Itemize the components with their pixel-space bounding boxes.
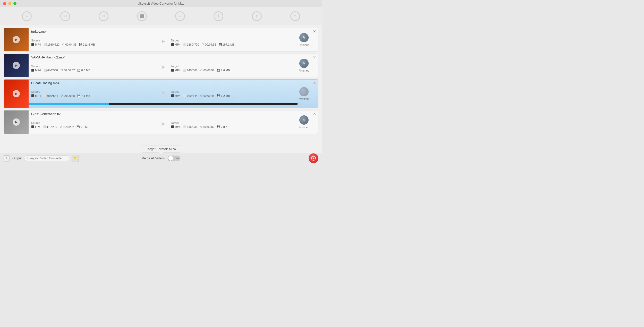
target-col: Target ⬛ MP4 ⬜ 960*544 ⏱ 00:00:48 xyxy=(171,90,295,97)
toolbar-export[interactable]: ⬆ xyxy=(252,11,262,21)
output-label: Output: xyxy=(12,157,22,160)
source-resolution: ⬜ 1360*720 xyxy=(44,43,60,46)
source-duration-value: 00:04:35 xyxy=(65,43,77,46)
source-duration: ⏱ 00:00:48 xyxy=(61,94,75,97)
target-resolution-value: 416*236 xyxy=(187,125,198,128)
source-resolution-value: 1360*720 xyxy=(47,43,60,46)
target-col: Target ⬛ MP4 ⬜ 640*368 ⏱ 00:00:57 xyxy=(171,65,295,72)
video-filename: turkey.mp4 xyxy=(31,30,295,33)
target-size: 💾 2.8 KB xyxy=(217,125,229,128)
convert-button[interactable] xyxy=(309,153,318,163)
target-dur-icon: ⏱ xyxy=(200,94,203,97)
trim-icon: ✂ xyxy=(60,11,70,21)
merge-toggle[interactable]: OFF xyxy=(168,156,181,161)
source-label: Source xyxy=(31,39,155,42)
effects-icon: ✦ xyxy=(175,11,185,21)
source-format-value: MP4 xyxy=(35,69,41,72)
target-size-icon: 💾 xyxy=(217,125,220,128)
source-format-value: FLV xyxy=(35,125,40,128)
video-thumbnail[interactable]: ▶ xyxy=(4,110,29,134)
source-format: ⬛ FLV xyxy=(31,125,40,128)
toolbar-settings[interactable]: ⚙ xyxy=(290,11,300,21)
arrow-col: ➤ xyxy=(155,89,171,98)
source-col: Source ⬛ MP4 ⬜ 640*368 ⏱ 00:00:57 xyxy=(31,65,155,72)
video-item: ▶ Girls' Generation.flv Source ⬛ FLV ⬜ 4… xyxy=(4,110,318,134)
target-format: ⬛ MP4 xyxy=(171,125,181,128)
play-button[interactable]: ▶ xyxy=(13,118,20,126)
source-resolution-value: 640*368 xyxy=(47,69,58,72)
target-size-icon: 💾 xyxy=(219,43,222,46)
format-icon: ⬛ xyxy=(31,94,34,97)
source-duration-value: 00:03:02 xyxy=(63,125,74,128)
toolbar-text[interactable]: I xyxy=(214,11,223,21)
remove-video-button[interactable]: ✕ xyxy=(313,30,316,33)
title-bar: Ukeysoft Video Converter for Mac xyxy=(0,0,322,7)
play-button[interactable]: ▶ xyxy=(13,36,20,43)
toolbar-effects[interactable]: ✦ xyxy=(175,11,185,21)
source-meta: ⬛ MP4 ⬜ 640*368 ⏱ 00:00:57 💾 xyxy=(31,69,155,72)
play-button[interactable]: ▶ xyxy=(13,90,20,97)
arrow-right-icon: ➤ xyxy=(161,121,165,127)
arrow-col: ➤ xyxy=(155,38,171,47)
source-resolution: ⬜ 960*544 xyxy=(44,94,58,97)
target-format-value: MP4 xyxy=(175,94,181,97)
source-size-value: 7.1 MB xyxy=(81,94,90,97)
video-filename: Ducati Racing.mp4 xyxy=(31,81,295,85)
remove-video-button[interactable]: ✕ xyxy=(313,81,316,85)
remove-video-button[interactable]: ✕ xyxy=(313,55,316,59)
video-list: ▶ turkey.mp4 Source ⬛ MP4 ⬜ 1360*720 xyxy=(0,25,322,153)
source-size-value: 8.3 MB xyxy=(81,69,90,72)
convert-rotate-icon: ↻ xyxy=(99,11,108,21)
svg-rect-1 xyxy=(313,158,314,159)
arrow-col: ➤ xyxy=(155,121,171,129)
progress-bar-bg xyxy=(29,103,298,105)
settings-icon: ⚙ xyxy=(290,11,300,21)
minimize-button[interactable] xyxy=(8,2,11,5)
target-label: Target xyxy=(171,39,295,42)
target-resolution: ⬜ 640*368 xyxy=(183,69,198,72)
remove-video-button[interactable]: ✕ xyxy=(313,112,316,116)
video-thumbnail[interactable]: ▶ xyxy=(4,28,29,51)
video-item: ▶ Ducati Racing.mp4 Source ⬛ MP4 ⬜ 960*5… xyxy=(4,79,318,108)
source-size: 💾 6.0 MB xyxy=(77,125,89,128)
maximize-button[interactable] xyxy=(13,2,16,5)
export-icon: ⬆ xyxy=(252,11,262,21)
source-duration-value: 00:00:57 xyxy=(64,69,75,72)
status-label: Finished xyxy=(299,126,309,129)
target-resolution-value: 640*368 xyxy=(187,69,198,72)
play-button[interactable]: ▶ xyxy=(13,62,20,69)
toolbar-compress[interactable]: ⬛ xyxy=(137,11,147,21)
merge-label-area: Merge All Videos: OFF xyxy=(141,156,180,161)
toolbar-add[interactable]: ＋ xyxy=(22,11,32,21)
target-duration-value: 00:03:02 xyxy=(204,125,215,128)
source-format: ⬛ MP4 xyxy=(31,69,41,72)
arrow-col: ➤ xyxy=(155,64,171,73)
output-select[interactable]: Ukeysoft Video Converter xyxy=(25,156,69,161)
target-format: ⬛ MP4 xyxy=(171,69,181,72)
status-circle: ✎ xyxy=(299,115,309,125)
video-thumbnail[interactable]: ▶ xyxy=(4,80,29,108)
format-icon: ⬛ xyxy=(31,43,34,46)
target-format-value: MP4 xyxy=(175,69,181,72)
target-format-icon: ⬛ xyxy=(171,94,174,97)
target-label: Target xyxy=(171,65,295,68)
compress-icon: ⬛ xyxy=(137,11,147,21)
close-button[interactable] xyxy=(3,2,6,5)
source-target-row: Source ⬛ MP4 ⬜ 960*544 ⏱ 00:00:48 xyxy=(31,87,295,101)
target-format-icon: ⬛ xyxy=(171,43,174,46)
browse-folder-button[interactable]: 📁 xyxy=(72,155,79,162)
video-thumbnail[interactable]: ▶ xyxy=(4,54,29,77)
target-dur-icon: ⏱ xyxy=(200,69,203,72)
toolbar-convert[interactable]: ↻ xyxy=(99,11,108,21)
source-label: Source xyxy=(31,90,155,93)
source-size: 💾 211.4 MB xyxy=(79,43,95,46)
source-duration: ⏱ 00:00:57 xyxy=(61,69,75,72)
video-details: turkey.mp4 Source ⬛ MP4 ⬜ 1360*720 xyxy=(29,28,298,51)
source-target-row: Source ⬛ MP4 ⬜ 640*368 ⏱ 00:00:57 xyxy=(31,61,295,75)
format-icon: ⬛ xyxy=(31,69,34,72)
toolbar-trim[interactable]: ✂ xyxy=(60,11,70,21)
source-duration-value: 00:00:48 xyxy=(64,94,75,97)
add-file-button[interactable]: ＋ xyxy=(4,155,10,161)
source-duration: ⏱ 00:04:35 xyxy=(62,43,77,46)
source-resolution-value: 960*544 xyxy=(47,94,58,97)
